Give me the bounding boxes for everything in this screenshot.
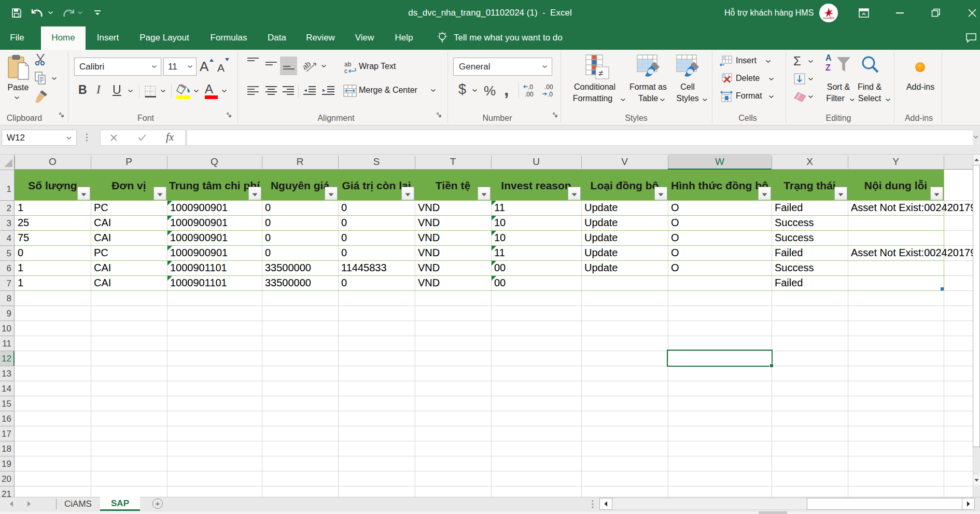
svg-text:.00: .00 xyxy=(544,84,553,91)
svg-text:ab: ab xyxy=(344,61,352,68)
svg-text:.0: .0 xyxy=(548,91,553,98)
svg-text:VinHMS: VinHMS xyxy=(823,17,834,20)
svg-text:.00: .00 xyxy=(525,91,534,98)
svg-text:.0: .0 xyxy=(528,84,533,91)
svg-text:≠: ≠ xyxy=(598,68,603,78)
svg-text:ab: ab xyxy=(303,59,312,72)
svg-text:c: c xyxy=(344,67,347,74)
